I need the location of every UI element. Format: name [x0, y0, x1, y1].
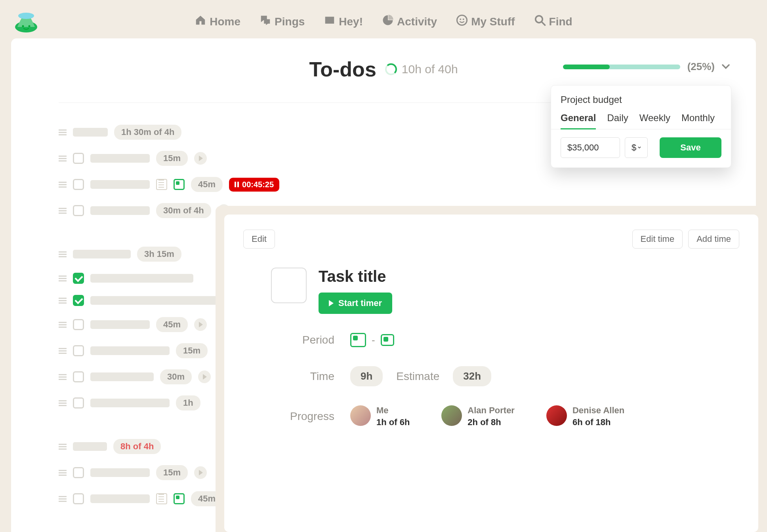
- budget-tabs: General Daily Weekly Monthly: [551, 112, 731, 129]
- task-checkbox[interactable]: [73, 397, 84, 408]
- period-label: Period: [271, 334, 334, 346]
- drag-handle-icon[interactable]: [59, 374, 67, 380]
- budget-tab-weekly[interactable]: Weekly: [639, 112, 670, 129]
- task-time-pill: 45m: [191, 177, 223, 192]
- note-icon[interactable]: [156, 179, 167, 190]
- task-time-pill: 15m: [156, 151, 188, 166]
- task-detail-card: Edit Edit time Add time Task title Start…: [224, 215, 758, 532]
- edit-button[interactable]: Edit: [243, 230, 275, 249]
- budget-amount-input[interactable]: [561, 137, 620, 158]
- person-name: Me: [376, 405, 410, 416]
- page-subtitle: 10h of 40h: [385, 63, 458, 76]
- task-checkbox[interactable]: [73, 273, 84, 284]
- chevron-down-icon: [722, 64, 730, 70]
- time-value: 9h: [350, 366, 383, 386]
- running-timer-badge[interactable]: 00:45:25: [229, 178, 279, 192]
- task-checkbox[interactable]: [73, 467, 84, 478]
- play-button[interactable]: [194, 466, 207, 479]
- drag-handle-icon[interactable]: [59, 182, 67, 188]
- budget-currency-select[interactable]: $: [625, 137, 648, 158]
- start-timer-button[interactable]: Start timer: [319, 293, 392, 314]
- nav-mystuff[interactable]: My Stuff: [456, 14, 515, 29]
- drag-handle-icon[interactable]: [59, 444, 67, 450]
- nav-label: My Stuff: [471, 15, 515, 28]
- task-time-pill: 1h: [176, 395, 200, 410]
- task-checkbox[interactable]: [271, 268, 307, 303]
- progress-people: Me1h of 6hAlan Porter2h of 8hDenise Alle…: [350, 405, 723, 428]
- calendar-icon[interactable]: [174, 179, 185, 190]
- person-name: Alan Porter: [467, 405, 515, 416]
- task-detail-panel: Edit Edit time Add time Task title Start…: [216, 206, 767, 532]
- drag-handle-icon[interactable]: [59, 496, 67, 502]
- task-row[interactable]: 45m00:45:25: [59, 177, 708, 192]
- pie-icon: [382, 14, 394, 29]
- nav-label: Find: [549, 15, 572, 28]
- currency-value: $: [632, 142, 636, 153]
- task-checkbox[interactable]: [73, 153, 84, 164]
- drag-handle-icon[interactable]: [59, 251, 67, 257]
- task-title-placeholder: [90, 399, 170, 407]
- task-time-pill: 30m of 4h: [156, 203, 211, 218]
- drag-handle-icon[interactable]: [59, 276, 67, 281]
- task-checkbox[interactable]: [73, 205, 84, 216]
- drag-handle-icon[interactable]: [59, 348, 67, 354]
- nav-pings[interactable]: Pings: [259, 14, 305, 29]
- person: Alan Porter2h of 8h: [441, 405, 515, 428]
- drag-handle-icon[interactable]: [59, 156, 67, 162]
- time-label: Time: [271, 370, 334, 383]
- nav-find[interactable]: Find: [534, 14, 572, 29]
- start-timer-label: Start timer: [338, 298, 382, 308]
- nav-label: Activity: [397, 15, 437, 28]
- period-value: -: [350, 333, 723, 347]
- budget-tab-general[interactable]: General: [561, 112, 596, 129]
- play-button[interactable]: [194, 318, 207, 331]
- avatar: [350, 405, 371, 426]
- drag-handle-icon[interactable]: [59, 400, 67, 406]
- task-title-placeholder: [90, 180, 150, 189]
- calendar-icon[interactable]: [174, 493, 185, 504]
- group-time-pill: 1h 30m of 4h: [114, 125, 181, 140]
- task-checkbox[interactable]: [73, 345, 84, 356]
- drag-handle-icon[interactable]: [59, 129, 67, 135]
- task-checkbox[interactable]: [73, 319, 84, 330]
- budget-tab-monthly[interactable]: Monthly: [681, 112, 715, 129]
- nav-hey[interactable]: Hey!: [324, 14, 363, 29]
- budget-tab-daily[interactable]: Daily: [607, 112, 628, 129]
- nav-home[interactable]: Home: [195, 14, 240, 29]
- inbox-icon: [324, 14, 336, 29]
- home-icon: [195, 14, 206, 29]
- task-checkbox[interactable]: [73, 179, 84, 190]
- task-checkbox[interactable]: [73, 493, 84, 504]
- budget-save-button[interactable]: Save: [660, 137, 721, 158]
- pause-icon: [235, 182, 239, 187]
- drag-handle-icon[interactable]: [59, 322, 67, 328]
- drag-handle-icon[interactable]: [59, 470, 67, 476]
- add-time-button[interactable]: Add time: [688, 230, 739, 249]
- note-icon[interactable]: [156, 493, 167, 504]
- date-end-icon[interactable]: [381, 334, 394, 346]
- task-checkbox[interactable]: [73, 295, 84, 306]
- svg-line-8: [541, 22, 545, 25]
- avatar: [441, 405, 462, 426]
- edit-time-button[interactable]: Edit time: [632, 230, 683, 249]
- play-button[interactable]: [198, 370, 211, 383]
- drag-handle-icon[interactable]: [59, 298, 67, 304]
- nav-activity[interactable]: Activity: [382, 14, 437, 29]
- progress-fill: [563, 65, 610, 69]
- page-title: To-dos: [309, 57, 376, 81]
- svg-point-4: [457, 15, 467, 25]
- task-checkbox[interactable]: [73, 371, 84, 382]
- progress-label: Progress: [271, 405, 334, 423]
- person: Denise Allen6h of 18h: [546, 405, 624, 428]
- task-title-placeholder: [90, 494, 150, 503]
- chevron-down-icon: [638, 146, 641, 150]
- estimate-value: 32h: [453, 366, 491, 386]
- date-start-icon[interactable]: [350, 333, 366, 347]
- play-button[interactable]: [194, 152, 207, 165]
- period-dash: -: [372, 334, 375, 346]
- svg-point-6: [463, 19, 464, 20]
- overall-progress[interactable]: (25%): [563, 61, 730, 73]
- drag-handle-icon[interactable]: [59, 208, 67, 214]
- person: Me1h of 6h: [350, 405, 410, 428]
- estimate-label: Estimate: [396, 370, 439, 383]
